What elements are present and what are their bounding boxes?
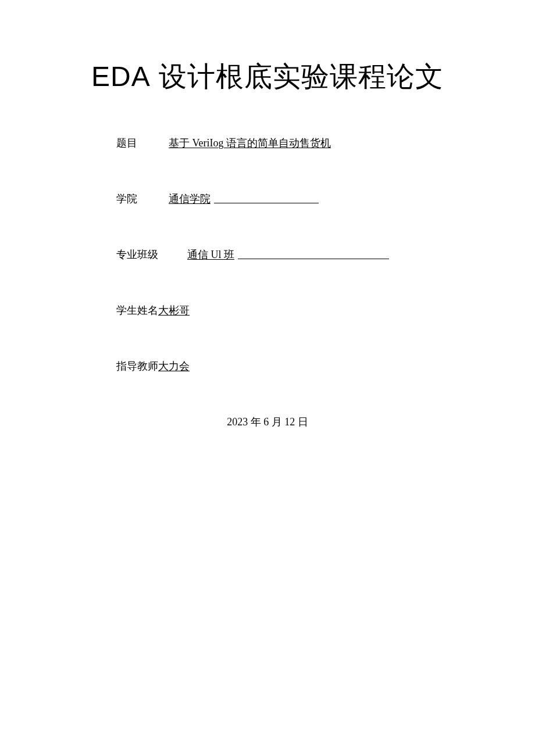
value-student: 大彬哥 [158, 304, 190, 316]
underline-extension [214, 193, 319, 203]
value-advisor: 大力会 [158, 360, 190, 372]
label-student: 学生姓名 [116, 303, 158, 317]
underline-extension [238, 249, 389, 259]
field-advisor: 指导教师大力会 [116, 359, 477, 373]
advisor-container: 指导教师大力会 [116, 359, 190, 373]
title-text: 设计根底实验课程论文 [151, 61, 444, 92]
label-advisor: 指导教师 [116, 359, 158, 373]
field-topic: 题目 基于 VeriIog 语言的简单自动售货机 [116, 136, 477, 150]
student-container: 学生姓名大彬哥 [116, 303, 190, 317]
label-college: 学院 [116, 192, 169, 206]
document-page: EDA 设计根底实验课程论文 题目 基于 VeriIog 语言的简单自动售货机 … [0, 0, 535, 429]
value-line-major: 通信 Ul 班 [187, 248, 389, 261]
page-title: EDA 设计根底实验课程论文 [58, 58, 477, 95]
date-text: 2023 年 6 月 12 日 [58, 415, 477, 429]
label-major: 专业班级 [116, 248, 187, 261]
value-topic: 基于 VeriIog 语言的简单自动售货机 [169, 136, 331, 150]
value-line-college: 通信学院 [169, 192, 319, 206]
field-major: 专业班级 通信 Ul 班 [116, 248, 477, 261]
title-prefix: EDA [91, 61, 151, 92]
value-major: 通信 Ul 班 [187, 248, 234, 261]
field-student: 学生姓名大彬哥 [116, 303, 477, 317]
label-topic: 题目 [116, 136, 169, 150]
value-college: 通信学院 [169, 192, 211, 206]
field-college: 学院 通信学院 [116, 192, 477, 206]
info-block: 题目 基于 VeriIog 语言的简单自动售货机 学院 通信学院 专业班级 通信… [58, 136, 477, 373]
